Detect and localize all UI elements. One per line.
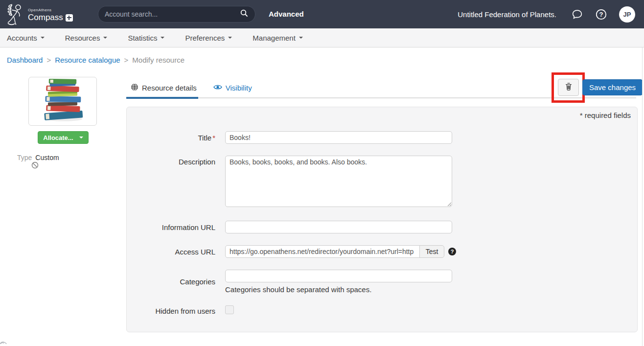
globe-icon — [131, 83, 138, 92]
resource-form: Title* Description Books, books, books, … — [127, 131, 637, 328]
hidden-from-users-checkbox[interactable] — [225, 305, 234, 314]
resource-type-row: TypeCustom — [17, 154, 59, 161]
eye-icon — [213, 84, 222, 92]
brand-compass-label: Compass — [28, 13, 63, 23]
corner-decoration — [0, 337, 10, 346]
information-url-label: Information URL — [127, 223, 215, 231]
nav-item-resources[interactable]: Resources — [65, 34, 108, 42]
access-url-label: Access URL — [127, 248, 215, 256]
chevron-down-icon — [299, 37, 303, 39]
description-textarea[interactable]: Books, books, books, and books. Also boo… — [225, 156, 452, 207]
search-icon[interactable] — [240, 9, 249, 20]
save-changes-button[interactable]: Save changes — [582, 79, 643, 95]
description-row: Description Books, books, books, and boo… — [127, 156, 637, 209]
main-nav: Accounts Resources Statistics Preference… — [0, 28, 644, 47]
delete-resource-button[interactable] — [558, 79, 579, 96]
help-icon[interactable]: ? — [595, 8, 607, 21]
nav-item-accounts[interactable]: Accounts — [7, 34, 45, 42]
type-value: Custom — [35, 154, 59, 161]
nav-item-statistics[interactable]: Statistics — [128, 34, 164, 42]
account-search-input[interactable] — [105, 10, 240, 18]
categories-hint: Categories should be separated with spac… — [225, 285, 637, 294]
brand-openathens-label: OpenAthens — [28, 8, 73, 12]
topbar: OpenAthens Compass Advanced Untitled Fed… — [0, 0, 644, 28]
breadcrumb-separator: > — [124, 56, 129, 64]
breadcrumb-separator: > — [46, 56, 51, 64]
required-fields-note: * required fields — [580, 111, 631, 119]
allocate-dropdown-button[interactable]: Allocate... — [38, 131, 89, 144]
information-url-row: Information URL — [127, 221, 637, 233]
tab-resource-details[interactable]: Resource details — [131, 83, 197, 92]
access-url-help-icon[interactable]: ? — [448, 248, 456, 255]
advanced-search-link[interactable]: Advanced — [269, 10, 304, 18]
compass-plus-icon — [66, 14, 73, 22]
breadcrumb-current-modify-resource: Modify resource — [132, 56, 184, 64]
chevron-down-icon — [161, 37, 164, 39]
hidden-from-users-label: Hidden from users — [127, 307, 215, 315]
trash-icon — [565, 82, 573, 92]
openathens-mascot-icon — [6, 3, 25, 27]
user-avatar[interactable]: JP — [619, 6, 635, 23]
breadcrumb-dashboard[interactable]: Dashboard — [7, 56, 43, 64]
title-input[interactable] — [225, 131, 452, 144]
description-label: Description — [127, 156, 215, 166]
openathens-compass-logo[interactable]: OpenAthens Compass — [6, 3, 73, 27]
svg-text:?: ? — [599, 11, 603, 18]
categories-row: Categories Categories should be separate… — [127, 270, 637, 294]
chat-bubble-icon[interactable] — [571, 8, 583, 21]
breadcrumb-resource-catalogue[interactable]: Resource catalogue — [55, 56, 120, 64]
scrollbar-track[interactable] — [642, 47, 643, 346]
nav-item-preferences[interactable]: Preferences — [185, 34, 232, 42]
active-tab-underline — [126, 97, 198, 99]
title-row: Title* — [127, 131, 637, 144]
account-search-box — [98, 6, 255, 23]
categories-input[interactable] — [225, 270, 452, 282]
categories-label: Categories — [127, 277, 215, 286]
brand-text: OpenAthens Compass — [28, 8, 73, 23]
nav-item-management[interactable]: Management — [253, 34, 303, 42]
title-label: Title* — [127, 134, 215, 142]
chevron-down-icon — [79, 137, 83, 138]
resource-details-panel: * required fields Title* Description Boo… — [126, 107, 638, 332]
required-asterisk: * — [212, 134, 215, 142]
test-url-button[interactable]: Test — [419, 245, 444, 258]
federation-name: Untitled Federation of Planets. — [458, 10, 556, 19]
access-url-row: Access URL Test ? — [127, 245, 637, 258]
no-entry-icon — [31, 161, 39, 171]
resource-tabs: Resource details Visibility — [131, 83, 252, 92]
resource-thumbnail-card — [28, 77, 97, 126]
hidden-from-users-row: Hidden from users — [127, 305, 637, 316]
chevron-down-icon — [228, 37, 232, 39]
information-url-input[interactable] — [225, 221, 452, 233]
tab-visibility[interactable]: Visibility — [213, 83, 252, 92]
type-label: Type — [17, 154, 32, 161]
chevron-down-icon — [103, 37, 107, 39]
access-url-input[interactable] — [225, 245, 420, 258]
books-stack-image — [38, 79, 87, 124]
breadcrumb: Dashboard > Resource catalogue > Modify … — [7, 56, 184, 64]
chevron-down-icon — [41, 37, 45, 39]
tab-divider-line — [126, 97, 636, 98]
